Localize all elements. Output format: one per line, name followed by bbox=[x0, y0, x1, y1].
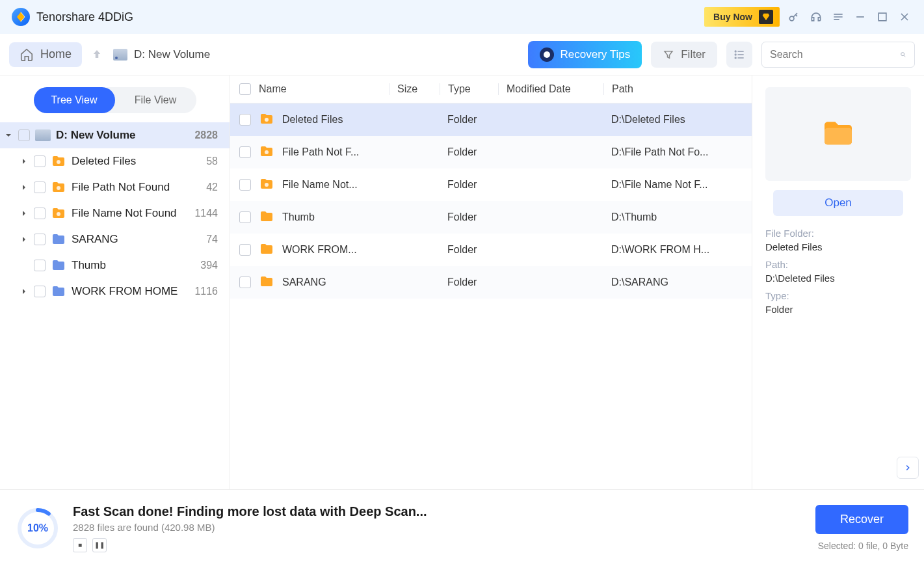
tree-item[interactable]: File Name Not Found1144 bbox=[0, 200, 230, 226]
chevron-down-icon bbox=[4, 132, 13, 139]
table-row[interactable]: File Name Not...FolderD:\File Name Not F… bbox=[230, 168, 752, 201]
breadcrumb: D: New Volume bbox=[113, 48, 210, 61]
col-date[interactable]: Modified Date bbox=[498, 83, 603, 95]
checkbox[interactable] bbox=[239, 114, 251, 126]
cell-type: Folder bbox=[440, 276, 498, 288]
tree-item-label: SARANG bbox=[72, 233, 201, 246]
home-label: Home bbox=[40, 47, 72, 61]
buy-now-button[interactable]: Buy Now bbox=[704, 7, 780, 27]
svg-point-10 bbox=[265, 150, 269, 154]
checkbox[interactable] bbox=[239, 276, 251, 288]
tree-item-label: File Name Not Found bbox=[72, 207, 189, 220]
titlebar: Tenorshare 4DDiG Buy Now bbox=[0, 0, 924, 34]
table-row[interactable]: SARANGFolderD:\SARANG bbox=[230, 266, 752, 299]
tree-item[interactable]: Thumb394 bbox=[0, 252, 230, 278]
minimize-icon[interactable] bbox=[852, 9, 868, 25]
select-all-checkbox[interactable] bbox=[239, 83, 251, 95]
checkbox[interactable] bbox=[18, 129, 30, 141]
tree-item-count: 42 bbox=[206, 182, 222, 193]
col-path[interactable]: Path bbox=[603, 83, 743, 95]
col-name[interactable]: Name bbox=[259, 83, 389, 95]
cell-path: D:\File Name Not F... bbox=[603, 179, 743, 191]
recovery-tips-label: Recovery Tips bbox=[561, 48, 631, 61]
view-mode-button[interactable] bbox=[726, 42, 752, 68]
checkbox[interactable] bbox=[34, 234, 46, 245]
drive-label: D: New Volume bbox=[134, 48, 210, 61]
search-input[interactable] bbox=[770, 49, 900, 61]
checkbox[interactable] bbox=[239, 146, 251, 158]
headset-icon[interactable] bbox=[808, 9, 824, 25]
checkbox[interactable] bbox=[239, 179, 251, 191]
pause-button[interactable]: ❚❚ bbox=[92, 538, 107, 552]
column-headers: Name Size Type Modified Date Path bbox=[230, 75, 752, 103]
table-row[interactable]: WORK FROM...FolderD:\WORK FROM H... bbox=[230, 234, 752, 266]
col-type[interactable]: Type bbox=[440, 83, 498, 95]
menu-icon[interactable] bbox=[830, 9, 846, 25]
home-button[interactable]: Home bbox=[9, 42, 82, 67]
key-icon[interactable] bbox=[786, 9, 802, 25]
search-icon bbox=[900, 48, 906, 61]
table-row[interactable]: File Path Not F...FolderD:\File Path Not… bbox=[230, 136, 752, 168]
checkbox[interactable] bbox=[34, 155, 46, 167]
tree-root[interactable]: D: New Volume 2828 bbox=[0, 122, 230, 148]
tree-item-count: 1144 bbox=[194, 208, 222, 219]
footer: 10% Fast Scan done! Finding more lost da… bbox=[0, 489, 924, 566]
svg-point-3 bbox=[735, 54, 736, 55]
svg-point-9 bbox=[265, 118, 269, 122]
chevron-right-icon bbox=[20, 184, 29, 191]
search-box[interactable] bbox=[761, 42, 915, 68]
svg-point-8 bbox=[57, 212, 60, 216]
cell-name: Thumb bbox=[282, 211, 389, 223]
checkbox[interactable] bbox=[34, 208, 46, 219]
chevron-right-icon bbox=[20, 210, 29, 217]
drive-icon bbox=[35, 129, 51, 141]
tree-item[interactable]: WORK FROM HOME1116 bbox=[0, 278, 230, 304]
folder-icon bbox=[259, 241, 276, 258]
tree-item[interactable]: File Path Not Found42 bbox=[0, 174, 230, 200]
svg-point-2 bbox=[735, 51, 736, 52]
maximize-icon[interactable] bbox=[875, 9, 890, 25]
filter-label: Filter bbox=[681, 48, 706, 61]
prop-path-label: Path: bbox=[765, 259, 911, 270]
svg-point-11 bbox=[265, 183, 269, 187]
cell-name: File Name Not... bbox=[282, 179, 389, 191]
recovery-tips-button[interactable]: Recovery Tips bbox=[528, 41, 642, 68]
tree-item[interactable]: Deleted Files58 bbox=[0, 148, 230, 174]
tree-item[interactable]: SARANG74 bbox=[0, 226, 230, 252]
svg-point-5 bbox=[901, 52, 904, 55]
tree-view-tab[interactable]: Tree View bbox=[34, 87, 115, 113]
checkbox[interactable] bbox=[239, 244, 251, 256]
prop-type-value: Folder bbox=[765, 304, 911, 315]
checkbox[interactable] bbox=[34, 260, 46, 271]
prop-folder-value: Deleted Files bbox=[765, 241, 911, 252]
chevron-right-icon bbox=[20, 288, 29, 295]
status-title: Fast Scan done! Finding more lost data w… bbox=[73, 504, 802, 519]
open-button[interactable]: Open bbox=[773, 190, 903, 216]
col-size[interactable]: Size bbox=[389, 83, 440, 95]
folder-icon bbox=[259, 176, 276, 193]
collapse-panel-button[interactable] bbox=[897, 457, 919, 479]
folder-icon bbox=[51, 154, 66, 169]
cell-path: D:\File Path Not Fo... bbox=[603, 146, 743, 158]
file-view-tab[interactable]: File View bbox=[115, 87, 196, 113]
app-title: Tenorshare 4DDiG bbox=[36, 10, 133, 24]
up-arrow-icon[interactable] bbox=[91, 48, 104, 61]
toolbar: Home D: New Volume Recovery Tips Filter bbox=[0, 34, 924, 75]
tree-item-label: Thumb bbox=[72, 259, 195, 272]
cell-path: D:\SARANG bbox=[603, 276, 743, 288]
table-row[interactable]: Deleted FilesFolderD:\Deleted Files bbox=[230, 103, 752, 136]
close-icon[interactable] bbox=[897, 9, 912, 25]
recover-button[interactable]: Recover bbox=[815, 505, 908, 534]
filter-button[interactable]: Filter bbox=[651, 42, 717, 68]
stop-button[interactable]: ■ bbox=[73, 538, 87, 552]
preview-panel: Open File Folder: Deleted Files Path: D:… bbox=[752, 75, 924, 489]
buy-now-label: Buy Now bbox=[713, 12, 752, 22]
checkbox[interactable] bbox=[34, 182, 46, 193]
checkbox[interactable] bbox=[34, 286, 46, 297]
svg-rect-12 bbox=[825, 128, 852, 145]
folder-icon bbox=[51, 284, 66, 299]
table-row[interactable]: ThumbFolderD:\Thumb bbox=[230, 201, 752, 234]
svg-point-4 bbox=[735, 57, 736, 59]
checkbox[interactable] bbox=[239, 211, 251, 223]
folder-icon bbox=[51, 232, 66, 247]
